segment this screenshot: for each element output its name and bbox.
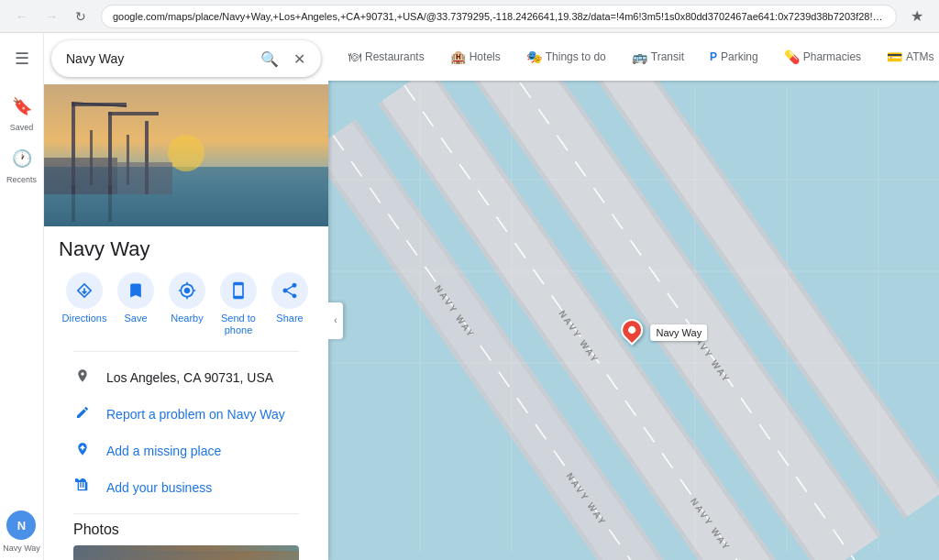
saved-label: Saved [10, 123, 34, 133]
recents-icon-wrap: 🕐 [7, 144, 37, 173]
menu-button[interactable]: ☰ [4, 40, 40, 77]
svg-rect-12 [117, 162, 172, 194]
save-label: Save [124, 313, 147, 324]
place-info: Navy Way Directions Save [44, 226, 328, 560]
place-title: Navy Way [59, 237, 314, 261]
report-problem-row[interactable]: Report a problem on Navy Way [59, 396, 314, 433]
pin-shape [621, 319, 643, 345]
toolbar-atms-button[interactable]: 💳 ATMs [878, 44, 939, 70]
bookmark-icon: 🔖 [12, 96, 32, 116]
menu-icon: ☰ [15, 49, 29, 69]
send-to-phone-icon [220, 272, 257, 309]
url-text: google.com/maps/place/Navy+Way,+Los+Ange… [113, 11, 885, 22]
photo-thumbnail[interactable]: Photos [73, 545, 299, 560]
hero-image[interactable] [44, 84, 328, 226]
toolbar-parking-button[interactable]: P Parking [701, 45, 768, 69]
toolbar-pharmacies-button[interactable]: 💊 Pharmacies [775, 44, 870, 70]
avatar-place-label: Navy Way [3, 544, 40, 553]
nearby-button[interactable]: Nearby [161, 272, 213, 336]
parking-label: Parking [721, 50, 758, 63]
photos-section: Photos [59, 514, 314, 560]
address-text: Los Angeles, CA 90731, USA [106, 370, 273, 385]
sidebar-avatar-section: N Navy Way [3, 511, 40, 553]
close-icon: ✕ [293, 50, 305, 68]
add-missing-place-text: Add a missing place [106, 444, 221, 458]
share-button[interactable]: Share [264, 272, 315, 336]
business-icon [73, 478, 92, 497]
svg-rect-15 [73, 552, 299, 560]
things-to-do-label: Things to do [546, 50, 606, 63]
toolbar-things-to-do-button[interactable]: 🎭 Things to do [517, 44, 615, 70]
collapse-handle[interactable]: ‹ [328, 302, 343, 339]
search-bar: 🔍 ✕ [51, 40, 321, 77]
search-input[interactable] [66, 51, 255, 66]
restaurants-icon: 🍽 [348, 49, 361, 64]
location-pin-icon [73, 368, 92, 387]
parking-icon: P [710, 50, 717, 63]
nearby-label: Nearby [171, 313, 203, 324]
recents-icon: 🕐 [12, 148, 32, 169]
share-label: Share [276, 313, 303, 324]
save-button[interactable]: Save [110, 272, 161, 336]
things-to-do-icon: 🎭 [526, 49, 542, 64]
close-button[interactable]: ✕ [284, 44, 314, 73]
hotels-icon: 🏨 [450, 49, 466, 64]
edit-icon [73, 405, 92, 423]
atms-label: ATMs [906, 50, 933, 63]
transit-icon: 🚌 [632, 49, 647, 64]
report-problem-text: Report a problem on Navy Way [106, 407, 285, 422]
search-icon: 🔍 [260, 50, 279, 68]
directions-button[interactable]: Directions [59, 272, 110, 336]
svg-rect-14 [108, 185, 112, 222]
saved-icon-wrap: 🔖 [7, 92, 37, 121]
toolbar-hotels-button[interactable]: 🏨 Hotels [441, 44, 510, 70]
map-canvas[interactable]: NAVY WAY NAVY WAY NAVY WAY NAVY WAY NAVY… [328, 81, 939, 560]
recents-label: Recents [6, 175, 37, 185]
sidebar: ☰ 🔖 Saved 🕐 Recents N Navy Way [0, 33, 44, 560]
transit-label: Transit [651, 50, 684, 63]
save-icon [117, 272, 154, 309]
svg-point-2 [168, 135, 204, 171]
back-button[interactable]: ← [9, 4, 35, 29]
sidebar-item-saved[interactable]: 🔖 Saved [2, 88, 42, 137]
panel: 🔍 ✕ [44, 33, 328, 560]
reload-button[interactable]: ↻ [68, 4, 94, 29]
address-row[interactable]: Los Angeles, CA 90731, USA [59, 359, 314, 396]
restaurants-label: Restaurants [365, 50, 425, 63]
sidebar-item-recents[interactable]: 🕐 Recents [2, 140, 42, 189]
bookmark-button[interactable]: ★ [904, 4, 930, 29]
add-business-text: Add your business [106, 480, 212, 495]
send-to-phone-button[interactable]: Send to phone [213, 272, 264, 336]
action-buttons: Directions Save Nearby [59, 272, 314, 336]
info-section: Los Angeles, CA 90731, USA Report a prob… [59, 352, 314, 513]
atms-icon: 💳 [887, 49, 902, 64]
add-business-row[interactable]: Add your business [59, 469, 314, 506]
map-pin: Navy Way [621, 319, 707, 345]
address-bar[interactable]: google.com/maps/place/Navy+Way,+Los+Ange… [101, 5, 897, 28]
app-container: ☰ 🔖 Saved 🕐 Recents N Navy Way 🔍 [0, 33, 939, 560]
directions-icon [66, 272, 103, 309]
forward-button[interactable]: → [39, 4, 64, 29]
hero-svg [44, 84, 328, 226]
search-button[interactable]: 🔍 [255, 44, 284, 73]
photos-title: Photos [73, 522, 299, 538]
pharmacies-icon: 💊 [784, 49, 800, 64]
photo-svg [73, 545, 299, 560]
pin-inner [627, 324, 637, 335]
directions-label: Directions [62, 313, 107, 324]
share-icon [271, 272, 308, 309]
map-area[interactable]: 🍽 Restaurants 🏨 Hotels 🎭 Things to do 🚌 … [328, 33, 939, 560]
pharmacies-label: Pharmacies [803, 50, 861, 63]
collapse-chevron-icon: ‹ [334, 315, 337, 325]
pin-dot [616, 314, 647, 346]
add-missing-place-row[interactable]: Add a missing place [59, 433, 314, 469]
avatar-letter: N [17, 519, 26, 533]
hotels-label: Hotels [470, 50, 501, 63]
toolbar-restaurants-button[interactable]: 🍽 Restaurants [339, 44, 434, 70]
svg-rect-13 [72, 185, 75, 222]
toolbar-transit-button[interactable]: 🚌 Transit [623, 44, 693, 70]
svg-rect-8 [108, 112, 159, 115]
pin-label: Navy Way [650, 324, 707, 341]
nearby-icon [169, 272, 205, 309]
avatar[interactable]: N [6, 511, 36, 540]
